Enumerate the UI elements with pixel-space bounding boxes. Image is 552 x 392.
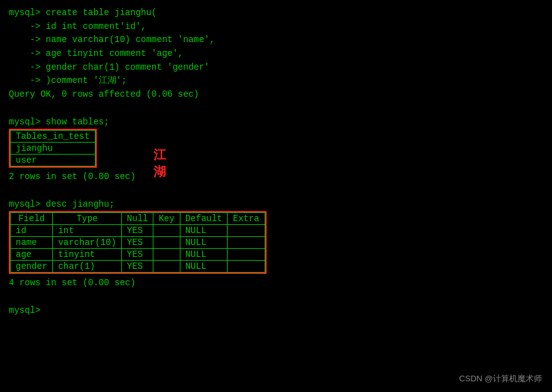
desc-cell-1-0: name (11, 237, 53, 249)
create-line-1: mysql> create table jianghu( (9, 6, 543, 20)
desc-cell-3-4: NULL (180, 261, 228, 273)
desc-cell-1-2: YES (121, 237, 153, 249)
desc-cell-2-2: YES (121, 249, 153, 261)
desc-cell-2-5 (228, 249, 265, 261)
desc-cell-2-0: age (11, 249, 53, 261)
desc-cell-1-5 (228, 237, 265, 249)
desc-cell-0-2: YES (121, 225, 153, 237)
create-line-4: -> age tinyint comment 'age', (9, 47, 543, 61)
final-prompt: mysql> (9, 304, 543, 318)
blank-2 (9, 184, 543, 198)
desc-table-row: idintYESNULL (11, 225, 265, 237)
desc-table-row: namevarchar(10)YESNULL (11, 237, 265, 249)
desc-table-row: agetinyintYESNULL (11, 249, 265, 261)
create-line-3: -> name varchar(10) comment 'name', (9, 33, 543, 47)
desc-header-type: Type (53, 213, 121, 225)
desc-cell-1-1: varchar(10) (53, 237, 121, 249)
create-line-5: -> gender char(1) comment 'gender' (9, 61, 543, 75)
show-tables-row-2: user (11, 155, 96, 166)
show-tables-table: Tables_in_test jianghu user (10, 130, 96, 166)
desc-cell-0-3 (153, 225, 180, 237)
watermark: CSDN @计算机魔术师 (459, 373, 542, 384)
desc-table-row: genderchar(1)YESNULL (11, 261, 265, 273)
create-line-2: -> id int comment'id', (9, 20, 543, 34)
desc-table-wrapper: Field Type Null Key Default Extra idintY… (9, 211, 267, 274)
terminal: mysql> create table jianghu( -> id int c… (0, 0, 552, 392)
show-tables-cmd: mysql> show tables; (9, 116, 543, 129)
desc-header-default: Default (180, 213, 228, 225)
desc-cell-0-4: NULL (180, 225, 228, 237)
desc-header-key: Key (153, 213, 180, 225)
blank-3 (9, 290, 543, 304)
desc-table: Field Type Null Key Default Extra idintY… (10, 212, 265, 273)
desc-header-field: Field (11, 213, 53, 225)
desc-cell-2-4: NULL (180, 249, 228, 261)
desc-cmd: mysql> desc jianghu; (9, 198, 543, 212)
desc-cell-2-3 (153, 249, 180, 261)
blank-1 (9, 102, 543, 116)
desc-cell-0-0: id (11, 225, 53, 237)
desc-header-extra: Extra (228, 213, 265, 225)
desc-header-null: Null (121, 213, 153, 225)
desc-cell-0-1: int (53, 225, 121, 237)
show-tables-row-1: jianghu (11, 143, 96, 155)
desc-cell-1-3 (153, 237, 180, 249)
create-line-6: -> )comment '江湖'; (9, 74, 543, 88)
desc-cell-3-2: YES (121, 261, 153, 273)
desc-cell-0-5 (228, 225, 265, 237)
desc-cell-3-3 (153, 261, 180, 273)
desc-cell-3-0: gender (11, 261, 53, 273)
show-tables-result: 2 rows in set (0.00 sec) (9, 170, 543, 184)
desc-result: 4 rows in set (0.00 sec) (9, 276, 543, 290)
jianghu-label: 江湖 (153, 146, 166, 180)
desc-cell-3-1: char(1) (53, 261, 121, 273)
desc-cell-1-4: NULL (180, 237, 228, 249)
desc-cell-3-5 (228, 261, 265, 273)
desc-cell-2-1: tinyint (53, 249, 121, 261)
query-ok: Query OK, 0 rows affected (0.06 sec) (9, 88, 543, 102)
show-tables-header: Tables_in_test (11, 131, 96, 143)
